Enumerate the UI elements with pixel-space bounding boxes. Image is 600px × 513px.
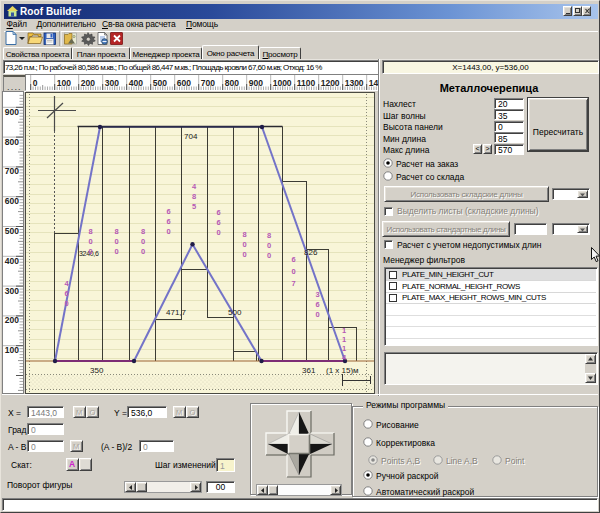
svg-text:704: 704 xyxy=(184,132,198,141)
svg-text:0: 0 xyxy=(114,247,118,256)
svg-text:100: 100 xyxy=(5,345,19,355)
svg-text:4: 4 xyxy=(192,182,197,191)
svg-text:1: 1 xyxy=(342,344,346,353)
svg-text:8: 8 xyxy=(242,230,246,239)
svg-text:5: 5 xyxy=(192,202,196,211)
svg-text:8: 8 xyxy=(267,231,271,240)
svg-text:6: 6 xyxy=(216,208,220,217)
svg-text:400: 400 xyxy=(5,256,19,266)
svg-text:0: 0 xyxy=(64,299,68,308)
svg-text:361: 361 xyxy=(302,366,316,375)
svg-text:(1 x 15)м: (1 x 15)м xyxy=(326,366,359,375)
svg-text:900: 900 xyxy=(5,107,19,117)
svg-text:8: 8 xyxy=(192,192,196,201)
svg-text:0: 0 xyxy=(242,240,246,249)
svg-text:826: 826 xyxy=(304,248,318,257)
svg-text:7: 7 xyxy=(291,279,295,288)
svg-text:8: 8 xyxy=(88,227,92,236)
svg-text:500: 500 xyxy=(5,226,19,236)
svg-text:0: 0 xyxy=(291,267,295,276)
svg-text:471,7: 471,7 xyxy=(166,308,187,317)
svg-text:3: 3 xyxy=(315,290,319,299)
svg-text:1: 1 xyxy=(342,326,346,335)
svg-text:200: 200 xyxy=(5,315,19,325)
svg-text:800: 800 xyxy=(5,137,19,147)
svg-text:0: 0 xyxy=(242,250,246,259)
svg-text:0: 0 xyxy=(216,228,220,237)
svg-text:6: 6 xyxy=(291,255,295,264)
svg-text:300: 300 xyxy=(5,286,19,296)
svg-text:0: 0 xyxy=(267,241,271,250)
svg-text:700: 700 xyxy=(5,166,19,176)
svg-text:6: 6 xyxy=(64,289,68,298)
svg-text:0: 0 xyxy=(141,237,145,246)
svg-text:0: 0 xyxy=(141,247,145,256)
svg-text:6: 6 xyxy=(166,207,170,216)
svg-text:0: 0 xyxy=(315,310,319,319)
svg-text:0: 0 xyxy=(267,251,271,260)
svg-text:6: 6 xyxy=(315,300,319,309)
svg-text:0: 0 xyxy=(88,237,92,246)
svg-text:600: 600 xyxy=(5,196,19,206)
svg-text:8: 8 xyxy=(114,227,118,236)
svg-text:0: 0 xyxy=(114,237,118,246)
svg-text:6: 6 xyxy=(216,218,220,227)
svg-text:500: 500 xyxy=(228,308,242,317)
svg-text:8: 8 xyxy=(141,227,145,236)
svg-text:350: 350 xyxy=(90,366,104,375)
svg-text:0: 0 xyxy=(166,227,170,236)
svg-text:1: 1 xyxy=(342,335,346,344)
svg-text:0: 0 xyxy=(88,247,92,256)
svg-text:6: 6 xyxy=(166,217,170,226)
